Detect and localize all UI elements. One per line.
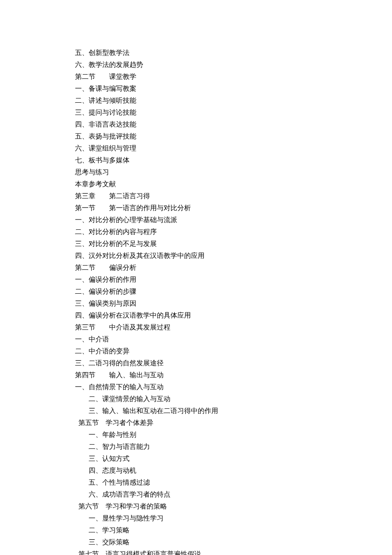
toc-line: 二、中介语的变异 [75,345,349,357]
toc-line: 四、态度与动机 [75,465,349,477]
document-content: 五、创新型教学法六、教学法的发展趋势 第二节 课堂教学 一、备课与编写教案二、讲… [0,47,392,555]
toc-line: 五、个性与情感过滤 [75,477,349,489]
toc-line: 第二节 偏误分析 [75,262,349,274]
toc-line: 四、汉外对比分析及其在汉语教学中的应用 [75,250,349,262]
toc-line: 三、认知方式 [75,453,349,465]
toc-line: 四、偏误分析在汉语教学中的具体应用 [75,309,349,321]
toc-line: 三、二语习得的自然发展途径 [75,357,349,369]
toc-line: 六、成功语言学习者的特点 [75,489,349,500]
toc-line: 一、显性学习与隐性学习 [75,512,349,524]
toc-line: 三、对比分析的不足与发展 [75,238,349,250]
toc-line: 第六节 学习和学习者的策略 [75,500,349,512]
toc-line: 第三节 中介语及其发展过程 [75,321,349,333]
toc-line: 二、学习策略 [75,524,349,536]
toc-line: 第二节 课堂教学 [75,71,349,83]
toc-line: 思考与练习 [75,166,349,178]
toc-line: 五、表扬与批评技能 [75,130,349,142]
toc-line: 一、对比分析的心理学基础与流派 [75,214,349,226]
toc-line: 一、中介语 [75,333,349,345]
toc-line: 五、创新型教学法 [75,47,349,59]
toc-line: 六、教学法的发展趋势 [75,59,349,71]
toc-line: 三、输入、输出和互动在二语习得中的作用 [75,405,349,417]
toc-line: 一、备课与编写教案 [75,83,349,95]
toc-line: 一、偏误分析的作用 [75,274,349,286]
toc-line: 七、板书与多媒体 [75,154,349,166]
toc-line: 二、讲述与倾听技能 [75,95,349,107]
toc-line: 第五节 学习者个体差异 [75,417,349,429]
toc-line: 本章参考文献 [75,178,349,190]
toc-line: 三、交际策略 [75,536,349,548]
toc-line: 二、智力与语言能力 [75,441,349,453]
toc-line: 一、年龄与性别 [75,429,349,441]
toc-line: 一、自然情景下的输入与互动 [75,381,349,393]
toc-line: 六、课堂组织与管理 [75,142,349,154]
toc-line: 第七节 语言习得模式和语言普遍性假说 [75,548,349,555]
toc-line: 二、课堂情景的输入与互动 [75,393,349,405]
toc-line: 二、对比分析的内容与程序 [75,226,349,238]
toc-line: 第一节 第一语言的作用与对比分析 [75,202,349,214]
toc-line: 三、提问与讨论技能 [75,107,349,119]
toc-line: 三、偏误类别与原因 [75,298,349,309]
toc-line: 四、非语言表达技能 [75,119,349,130]
toc-line: 二、偏误分析的步骤 [75,286,349,298]
toc-line: 第三章 第二语言习得 [75,190,349,202]
toc-line: 第四节 输入、输出与互动 [75,369,349,381]
